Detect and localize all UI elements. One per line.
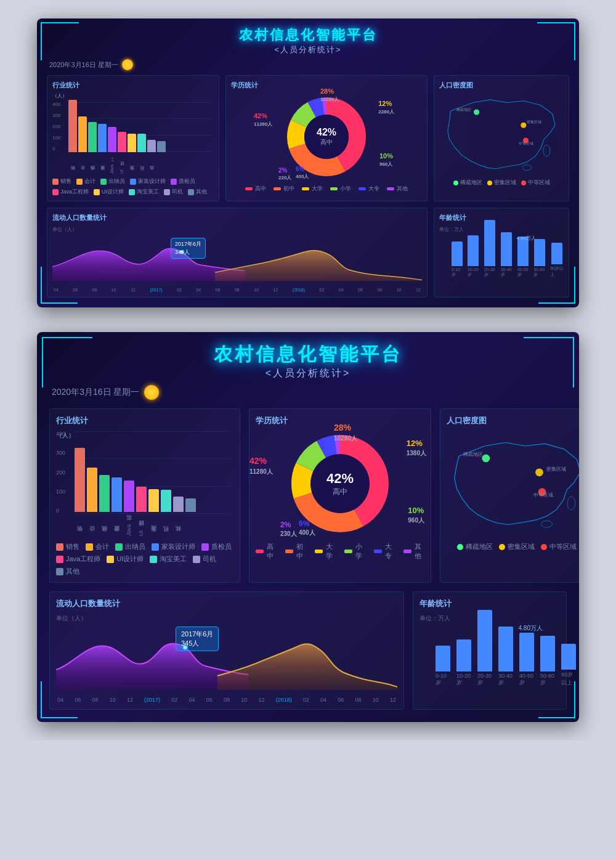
large-tooltip-year: 2017年6月	[181, 630, 214, 638]
large-bar-8: 司机	[161, 490, 171, 536]
ml-circle-medium	[521, 181, 526, 185]
dl-label-middle: 初中	[283, 185, 294, 193]
legend-label-interior: 家装设计师	[138, 177, 166, 185]
large-bar-1: 销售	[75, 448, 85, 536]
large-dl-college: 大专	[374, 542, 395, 561]
svg-point-15	[567, 497, 575, 510]
bar-cashier	[88, 122, 97, 152]
age-col-40-50: 40-50岁	[517, 237, 529, 278]
large-age-col-50-60: 50-60岁	[540, 636, 555, 687]
age-bar-50-60	[534, 239, 545, 266]
dl-label-high: 高中	[255, 185, 266, 193]
bar-group-7: 淘宝美	[128, 134, 136, 174]
label-2pct: 2%220人	[278, 167, 291, 181]
dl-dot-high	[245, 187, 253, 190]
bar-group-6: UI设计	[118, 132, 126, 174]
ml-label-dense: 密集区域	[494, 179, 516, 187]
large-main-grid: 行业统计 400 300 200 100 0	[49, 408, 567, 583]
large-dl-uni: 大学	[315, 542, 336, 561]
dl-primary: 小学	[330, 185, 351, 193]
sun-icon-large	[144, 385, 159, 400]
large-bar-7: 淘宝美工	[148, 489, 159, 536]
map-text-sparse: 稀疏地区	[456, 107, 471, 112]
small-age-bars: 0-10岁 10-20岁 20-30岁 30-40岁 40-50岁 50-60岁…	[439, 235, 564, 278]
legend-dot-interior	[130, 179, 136, 185]
small-age-peak: 4.80万人	[516, 235, 536, 241]
svg-point-6	[543, 145, 550, 156]
legend-label-java: Java工程师	[60, 188, 89, 196]
bar-taobao	[128, 134, 136, 152]
small-map-panel: 人口密度图 稀疏地区 密集区域	[434, 75, 569, 201]
map-text-dense: 密集区域	[527, 120, 541, 124]
large-main-title: 农村信息化智能平台	[49, 342, 567, 367]
large-map-panel: 人口密度图 稀疏地区 密集区域 中等区域 稀疏地区 密集区	[440, 408, 579, 583]
age-col-60plus: 60岁以上	[550, 243, 564, 278]
large-sub-title: <人员分析统计>	[49, 367, 567, 380]
small-industry-title: 行业统计	[52, 81, 214, 90]
legend-dot-account	[76, 179, 83, 185]
age-bar-0-10	[452, 241, 463, 266]
large-area-chart	[56, 625, 397, 693]
large-donut-wrapper: 42% 高中 28%10280人 12%1380人 10%960人 6%400人…	[288, 431, 392, 536]
bar-ui	[118, 132, 126, 152]
large-donut-label: 高中	[326, 487, 354, 497]
dl-label-other: 其他	[397, 185, 408, 193]
ml-medium: 中等区域	[521, 179, 550, 187]
label-10pct: 10%960人	[379, 152, 393, 168]
large-ml-sparse: 稀疏地区	[457, 542, 493, 551]
bar-label-cashier: 出纳员	[89, 154, 95, 174]
small-age-title: 年龄统计	[439, 213, 564, 222]
legend-interior: 家装设计师	[130, 177, 166, 185]
label-28pct: 28%10280人	[320, 87, 339, 103]
small-pop-title: 流动人口数量统计	[52, 213, 422, 222]
legend-dot-java	[52, 189, 59, 195]
large-donut-pct: 42%	[326, 471, 354, 487]
large-tooltip-value: 345人	[181, 639, 199, 647]
large-education-panel: 学历统计 42%	[249, 408, 431, 583]
small-population-panel: 流动人口数量统计 单位（人）	[47, 208, 428, 298]
legend-java: Java工程师	[52, 188, 89, 196]
bar-label-java: Java工	[109, 154, 115, 174]
large-age-col-10-20: 10-20岁	[456, 639, 471, 687]
large-map-text-sparse: 稀疏地区	[463, 452, 483, 457]
ml-label-medium: 中等区域	[528, 179, 550, 187]
large-age-col-40-50: 40-50岁	[519, 633, 534, 687]
bar-group-1: 销售	[68, 100, 77, 174]
bar-group-5: Java工	[108, 127, 116, 174]
ml-dense: 密集区域	[487, 179, 516, 187]
bar-label-other1: 其他	[148, 154, 155, 174]
bar-sales	[68, 100, 77, 152]
bar-java	[108, 127, 116, 152]
legend-account: 会计	[76, 177, 95, 185]
large-donut-center: 42% 高中	[326, 471, 354, 497]
large-legend-sales: 销售	[56, 542, 79, 551]
large-legend-inspector: 质检员	[201, 542, 232, 551]
bar-group-3: 出纳员	[88, 122, 97, 174]
large-bar-5: Java工程	[124, 481, 134, 536]
small-header: 农村信息化智能平台 <人员分析统计>	[47, 26, 569, 55]
legend-dot-driver	[164, 189, 170, 195]
sun-icon-small	[122, 59, 133, 70]
large-bottom-grid: 流动人口数量统计 单位（人）	[49, 591, 567, 710]
large-ml-dense: 密集区域	[499, 542, 535, 551]
large-bar-3: 出纳员	[99, 475, 110, 536]
dl-dot-primary	[330, 187, 338, 190]
small-donut-wrapper: 42% 高中 28%10280人 12%2280人 10%960人 6%400人…	[283, 94, 370, 180]
large-industry-legend: 销售 会计 出纳员 家装设计师 质检员 Java工程师 UI设计师 淘宝美工 司…	[56, 542, 233, 576]
legend-inspector: 质检员	[171, 177, 195, 185]
large-map-dot-dense	[535, 468, 543, 476]
ml-label-sparse: 稀疏地区	[460, 179, 482, 187]
dl-label-uni: 大学	[312, 185, 323, 193]
bar-driver	[137, 134, 146, 152]
age-bar-10-20	[468, 235, 479, 266]
dl-dot-other	[387, 187, 394, 190]
legend-label-account: 会计	[84, 177, 95, 185]
large-industry-panel: 行业统计 400 300 200 100 0	[49, 408, 240, 583]
small-sub-title: <人员分析统计>	[47, 44, 569, 55]
large-age-title: 年龄统计	[419, 598, 560, 609]
large-date-weather: 2020年3月16日 星期一	[52, 385, 567, 400]
bar-label-account: 会计	[79, 154, 86, 174]
legend-label-ui: UI设计师	[102, 188, 124, 196]
dl-other: 其他	[387, 185, 408, 193]
large-bar-2: 会计	[87, 468, 97, 536]
